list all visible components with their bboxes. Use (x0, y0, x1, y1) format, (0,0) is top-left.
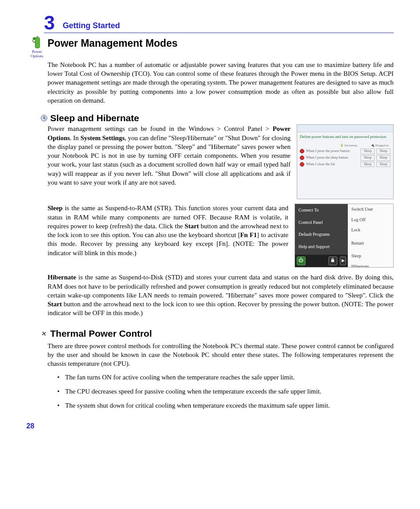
lock-icon (328, 256, 337, 265)
control-panel-screenshot: Define power buttons and turn on passwor… (297, 124, 394, 199)
sleep-hibernate-para1: Power management settings can be found i… (48, 124, 291, 187)
power-options-icon: Power Options (26, 36, 48, 59)
section-thermal-power-control-title: Thermal Power Control (50, 327, 152, 340)
thermal-bullets: The fan turns ON for active cooling when… (57, 373, 394, 410)
hibernate-para: Hibernate is the same as Suspend-to-Disk… (48, 273, 394, 317)
list-item: The fan turns ON for active cooling when… (57, 373, 394, 382)
chapter-title: Getting Started (63, 20, 120, 33)
svg-rect-1 (37, 36, 38, 38)
svg-rect-0 (35, 37, 40, 48)
thermal-para: There are three power control methods fo… (48, 342, 394, 368)
power-icon (297, 256, 306, 265)
power-management-para: The Notebook PC has a number of automati… (48, 60, 394, 105)
chevron-right-icon: ▶ (340, 256, 346, 265)
power-options-icon-label: Power Options (26, 50, 48, 59)
section-sleep-hibernate-title: Sleep and Hibernate (50, 112, 139, 124)
chapter-number: 3 (44, 13, 55, 33)
list-item: The CPU decreases speed for passive cool… (57, 387, 394, 396)
svg-point-3 (44, 333, 45, 334)
clock-icon (41, 115, 48, 122)
start-menu-screenshot: Connect To Control Panel Default Program… (295, 204, 394, 268)
sleep-para: Sleep is the same as Suspend-to-RAM (STR… (48, 204, 288, 257)
fan-icon (41, 330, 48, 337)
chapter-header: 3 Getting Started (44, 13, 394, 33)
page-number: 28 (26, 421, 394, 431)
list-item: The system shut down for critical coolin… (57, 401, 394, 410)
section-power-management-modes-title: Power Management Modes (48, 37, 394, 50)
